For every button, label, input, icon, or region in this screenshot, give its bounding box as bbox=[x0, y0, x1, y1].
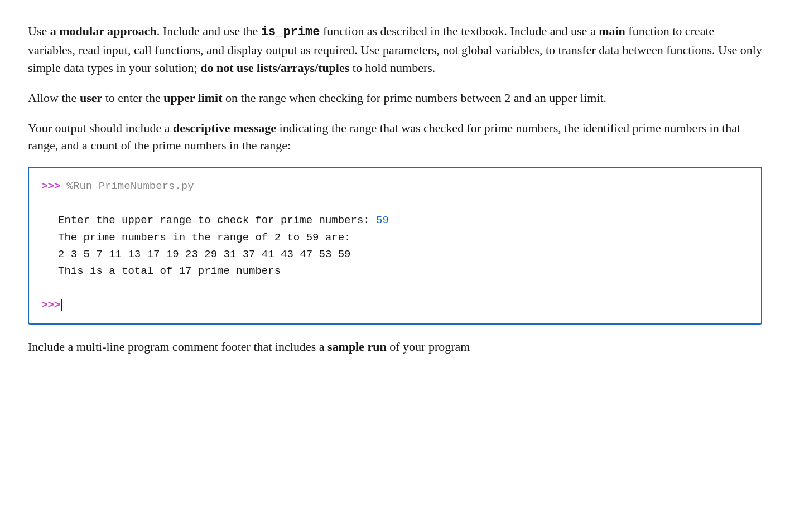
paragraph1: Use a modular approach. Include and use … bbox=[28, 22, 762, 77]
code-line-6: This is a total of 17 prime numbers bbox=[41, 263, 749, 279]
p2-bold2: upper limit bbox=[163, 91, 222, 105]
p1-text3: function as described in the textbook. I… bbox=[320, 24, 599, 38]
paragraph4: Include a multi-line program comment foo… bbox=[28, 338, 762, 356]
p4-text1: Include a multi-line program comment foo… bbox=[28, 340, 327, 354]
code-line-3: Enter the upper range to check for prime… bbox=[41, 212, 749, 229]
run-command: %Run PrimeNumbers.py bbox=[60, 180, 194, 192]
p3-text1: Your output should include a bbox=[28, 121, 173, 135]
paragraph2: Allow the user to enter the upper limit … bbox=[28, 89, 762, 107]
p2-text2: to enter the bbox=[102, 91, 163, 105]
p3-bold1: descriptive message bbox=[173, 121, 276, 135]
code-block: >>> %Run PrimeNumbers.py Enter the upper… bbox=[28, 167, 762, 325]
p1-text2: . Include and use the bbox=[157, 24, 261, 38]
prompt-1: >>> bbox=[41, 180, 60, 192]
user-input-value: 59 bbox=[376, 214, 389, 226]
code-line-5: 2 3 5 7 11 13 17 19 23 29 31 37 41 43 47… bbox=[41, 246, 749, 263]
code-line-1: >>> %Run PrimeNumbers.py bbox=[41, 178, 749, 195]
cursor-blink bbox=[61, 299, 62, 311]
p1-bold2: main bbox=[599, 24, 625, 38]
p1-text5: to hold numbers. bbox=[349, 61, 435, 75]
paragraph3: Your output should include a descriptive… bbox=[28, 119, 762, 155]
enter-prompt-text: Enter the upper range to check for prime… bbox=[58, 214, 376, 226]
total-message: This is a total of 17 prime numbers bbox=[58, 265, 281, 277]
p2-bold1: user bbox=[80, 91, 102, 105]
code-line-4: The prime numbers in the range of 2 to 5… bbox=[41, 229, 749, 246]
p1-code1: is_prime bbox=[261, 25, 320, 39]
prompt-2: >>> bbox=[41, 297, 60, 313]
prime-numbers-list: 2 3 5 7 11 13 17 19 23 29 31 37 41 43 47… bbox=[58, 248, 351, 260]
p4-text2: of your program bbox=[387, 340, 470, 354]
p1-bold3: do not use lists/arrays/tuples bbox=[200, 61, 349, 75]
p4-bold1: sample run bbox=[327, 340, 387, 354]
range-message: The prime numbers in the range of 2 to 5… bbox=[58, 231, 351, 244]
p1-text1: Use bbox=[28, 24, 50, 38]
p2-text3: on the range when checking for prime num… bbox=[223, 91, 607, 105]
p2-text1: Allow the bbox=[28, 91, 80, 105]
code-line-8: >>> bbox=[41, 297, 749, 313]
p1-bold1: a modular approach bbox=[50, 24, 157, 38]
